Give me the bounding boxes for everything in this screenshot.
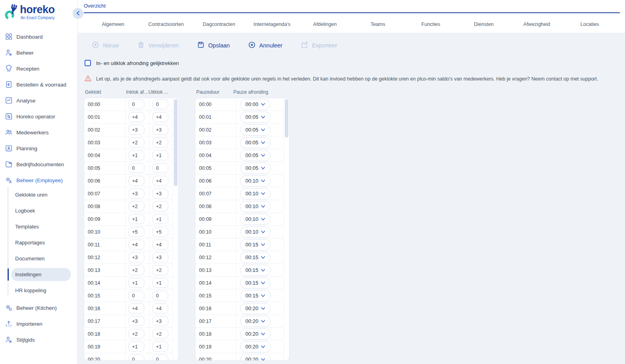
sidebar-item-dashboard[interactable]: Dashboard [0, 29, 77, 45]
inklok-input[interactable]: +4 [128, 176, 144, 186]
pause-rounding-select[interactable]: 00:15 [240, 239, 270, 250]
sidebar-item-bestellen-voorraad[interactable]: Bestellen & voorraad [0, 77, 77, 92]
pause-rounding-select[interactable]: 00:00 [240, 99, 270, 110]
uitklok-input[interactable]: 0 [152, 99, 168, 109]
uitklok-input[interactable]: +4 [152, 176, 168, 186]
tab[interactable]: Internetagenda's [245, 22, 298, 27]
pause-rounding-select[interactable]: 00:15 [240, 265, 270, 276]
uitklok-input[interactable]: 0 [152, 163, 168, 173]
inklok-input[interactable]: 0 [128, 291, 144, 301]
annuleer-button[interactable]: Annuleer [248, 41, 282, 50]
app-logo[interactable]: horeko An Exact Company [0, 0, 77, 22]
pause-rounding-select[interactable]: 00:10 [240, 175, 270, 187]
scrollbar-thumb[interactable] [285, 99, 288, 138]
inklok-input[interactable]: +2 [128, 329, 144, 339]
inklok-input[interactable]: +3 [128, 189, 144, 199]
uitklok-input[interactable]: +5 [152, 227, 168, 237]
pause-rounding-select[interactable]: 00:10 [240, 188, 270, 199]
inklok-input[interactable]: +2 [128, 201, 144, 211]
pause-rounding-select[interactable]: 00:20 [240, 354, 270, 361]
sidebar-item-horeko-operator[interactable]: Horeko operator [0, 108, 77, 124]
uitklok-input[interactable]: +1 [152, 278, 168, 288]
pause-rounding-select[interactable]: 00:20 [240, 303, 270, 314]
uitklok-input[interactable]: +4 [152, 112, 168, 122]
inklok-input[interactable]: 0 [128, 354, 144, 361]
pause-rounding-select[interactable]: 00:05 [240, 124, 270, 136]
clock-table-scrollbar[interactable] [173, 98, 178, 360]
uitklok-input[interactable]: 0 [152, 354, 168, 361]
inklok-input[interactable]: +3 [128, 125, 144, 135]
sidebar-item-importeren[interactable]: Importeren [0, 316, 77, 332]
exporteer-button[interactable]: Exporteer [301, 41, 337, 50]
sidebar-item-recepten[interactable]: Recepten [0, 61, 77, 77]
pause-rounding-select[interactable]: 00:05 [240, 112, 270, 123]
sidebar-item-bedrijfsdocumenten[interactable]: Bedrijfsdocumenten [0, 156, 77, 172]
sidebar-item-documenten[interactable]: Documenten [11, 252, 71, 265]
inklok-input[interactable]: +5 [128, 227, 144, 237]
sidebar-collapse-button[interactable] [73, 8, 83, 19]
pause-rounding-select[interactable]: 00:10 [240, 201, 270, 212]
nieuw-button[interactable]: Nieuw [92, 41, 119, 50]
tab[interactable]: Teams [351, 22, 404, 27]
tab[interactable]: Locaties [563, 22, 616, 27]
sidebar-item-beheer-employee[interactable]: Beheer (Employee) [0, 172, 77, 188]
sidebar-item-rapportages[interactable]: Rapportages [11, 236, 71, 249]
opslaan-button[interactable]: Opslaan [197, 41, 230, 50]
tab[interactable]: Afdelingen [298, 22, 351, 27]
inklok-input[interactable]: +4 [128, 112, 144, 122]
uitklok-input[interactable]: +1 [152, 150, 168, 160]
pause-rounding-select[interactable]: 00:15 [240, 252, 270, 263]
sidebar-item-beheer-kitchen[interactable]: Beheer (Kitchen) [0, 300, 77, 316]
inklok-input[interactable]: 0 [128, 163, 144, 173]
inklok-input[interactable]: +1 [128, 214, 144, 224]
sidebar-item-templates[interactable]: Templates [11, 220, 71, 233]
verwijderen-button[interactable]: Verwijderen [137, 41, 179, 50]
pause-rounding-select[interactable]: 00:05 [240, 150, 270, 161]
pause-rounding-select[interactable]: 00:05 [240, 137, 270, 148]
inklok-input[interactable]: +1 [128, 342, 144, 352]
sidebar-item-logboek[interactable]: Logboek [11, 204, 71, 217]
sync-rounding-checkbox[interactable] [85, 60, 91, 66]
inklok-input[interactable]: +2 [128, 265, 144, 275]
tab[interactable]: Dagcontracten [193, 22, 246, 27]
pause-rounding-select[interactable]: 00:20 [240, 341, 270, 352]
sidebar-item-geklokte-uren[interactable]: Geklokte uren [11, 188, 71, 201]
inklok-input[interactable]: +1 [128, 150, 144, 160]
tab[interactable]: Contractsoorten [140, 22, 193, 27]
inklok-input[interactable]: +2 [128, 138, 144, 148]
sidebar-item-planning[interactable]: Planning [0, 140, 77, 156]
inklok-input[interactable]: 0 [128, 99, 144, 109]
pause-rounding-select[interactable]: 00:20 [240, 316, 270, 327]
pause-rounding-select[interactable]: 00:15 [240, 290, 270, 301]
pause-rounding-select[interactable]: 00:10 [240, 214, 270, 225]
sidebar-item-analyse[interactable]: Analyse [0, 92, 77, 108]
sidebar-item-hr-koppeling[interactable]: HR koppeling [11, 284, 71, 297]
sidebar-item-instellingen[interactable]: Instellingen [11, 268, 71, 281]
uitklok-input[interactable]: +1 [152, 214, 168, 224]
inklok-input[interactable]: +3 [128, 316, 144, 326]
sidebar-item-stijlgids[interactable]: Stijlgids [0, 332, 77, 348]
inklok-input[interactable]: +1 [128, 278, 144, 288]
uitklok-input[interactable]: +4 [152, 303, 168, 313]
pause-rounding-select[interactable]: 00:05 [240, 163, 270, 174]
scrollbar-thumb[interactable] [174, 99, 177, 186]
pause-rounding-select[interactable]: 00:15 [240, 277, 270, 289]
sidebar-item-beheer[interactable]: Beheer [0, 45, 77, 61]
uitklok-input[interactable]: +2 [152, 201, 168, 211]
uitklok-input[interactable]: +2 [152, 329, 168, 339]
uitklok-input[interactable]: +4 [152, 240, 168, 250]
uitklok-input[interactable]: +3 [152, 189, 168, 199]
pause-rounding-select[interactable]: 00:10 [240, 226, 270, 238]
tab[interactable]: Diensten [457, 22, 511, 27]
inklok-input[interactable]: +4 [128, 303, 144, 313]
uitklok-input[interactable]: 0 [152, 291, 168, 301]
inklok-input[interactable]: +3 [128, 252, 144, 262]
tab[interactable]: Functies [404, 22, 457, 27]
sidebar-item-medewerkers[interactable]: Medewerkers [0, 124, 77, 140]
pause-table-scrollbar[interactable] [284, 98, 289, 360]
uitklok-input[interactable]: +3 [152, 252, 168, 262]
uitklok-input[interactable]: +3 [152, 125, 168, 135]
uitklok-input[interactable]: +2 [152, 138, 168, 148]
inklok-input[interactable]: +4 [128, 240, 144, 250]
uitklok-input[interactable]: +3 [152, 316, 168, 326]
